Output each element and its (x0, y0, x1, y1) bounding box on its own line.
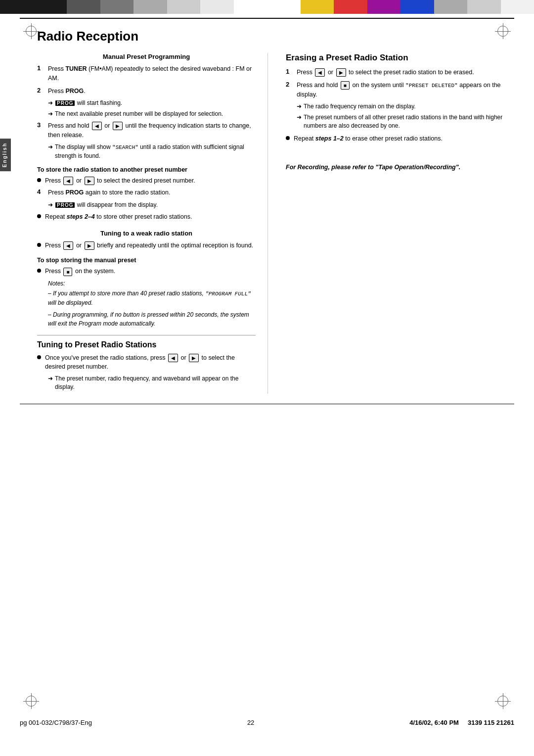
step-4-note-text: PROG will disappear from the display. (55, 201, 158, 209)
main-content: Radio Reception Manual Preset Programmin… (20, 19, 514, 404)
repeat-erase-text: Repeat steps 1–2 to erase other preset r… (294, 134, 504, 143)
tuning-preset-header: Tuning to Preset Radio Stations (37, 340, 256, 349)
step-1: 1 Press TUNER (FM•AM) repeatedly to sele… (37, 64, 256, 83)
step-2-note-2-text: The next available preset number will be… (55, 110, 223, 118)
footer-date: 4/16/02, 6:40 PM (409, 719, 459, 726)
step-3-note-text: The display will show "SEARCH" until a r… (55, 143, 256, 160)
erase-step-1-num: 1 (286, 68, 295, 75)
store-bullet: Press ◀ or ▶ to select the desired prese… (37, 176, 256, 186)
step-3: 3 Press and hold ◀ or ▶ until the freque… (37, 121, 256, 140)
step-2-num: 2 (37, 87, 46, 94)
page-title: Radio Reception (37, 29, 504, 44)
step-3-note: ➜ The display will show "SEARCH" until a… (48, 143, 256, 160)
button-prev5: ◀ (315, 68, 325, 77)
color-block-12 (367, 0, 401, 14)
stop-storing-header: To stop storing the manual preset (37, 257, 256, 264)
color-block-7 (200, 0, 234, 14)
step-2-note-2: ➜ The next available preset number will … (48, 110, 256, 118)
color-block-15 (467, 0, 501, 14)
arrow-sym-2: ➜ (48, 110, 53, 118)
store-bullet-text: Press ◀ or ▶ to select the desired prese… (45, 176, 256, 186)
store-sub-header: To store the radio station to another pr… (37, 166, 256, 173)
left-column: Manual Preset Programming 1 Press TUNER … (37, 53, 268, 394)
bottom-divider (20, 404, 514, 404)
step-1-content: Press TUNER (FM•AM) repeatedly to select… (48, 64, 256, 83)
button-prev: ◀ (92, 122, 102, 130)
note-1: – If you attempt to store more than 40 p… (48, 289, 256, 307)
erase-note-1: ➜ The radio frequency remain on the disp… (297, 102, 504, 111)
recording-note-text: For Recording, please refer to "Tape Ope… (286, 163, 504, 172)
erase-step-2: 2 Press and hold ■ on the system until "… (286, 81, 504, 99)
button-stop: ■ (63, 268, 72, 276)
tuning-note: ➜ The preset number, radio frequency, an… (48, 375, 256, 391)
step-3-num: 3 (37, 121, 46, 129)
language-tab: English (0, 139, 11, 171)
section-divider (37, 335, 256, 335)
color-block-14 (434, 0, 468, 14)
top-color-bar (0, 0, 534, 14)
arrow-sym-1: ➜ (48, 99, 53, 107)
arrow-sym-3: ➜ (48, 143, 53, 160)
step-4-note: ➜ PROG will disappear from the display. (48, 201, 256, 209)
content-columns: Manual Preset Programming 1 Press TUNER … (37, 53, 504, 394)
color-block-3 (67, 0, 100, 14)
erase-note-2-text: The preset numbers of all other preset r… (304, 113, 504, 130)
bullet-tuning (37, 355, 41, 359)
manual-preset-header: Manual Preset Programming (37, 53, 256, 60)
color-block-2 (34, 0, 67, 14)
step-2: 2 Press PROG. (37, 87, 256, 96)
stop-storing-text: Press ■ on the system. (45, 267, 256, 276)
bullet-weak (37, 243, 41, 247)
step-2-note-1-text: PROG will start flashing. (55, 99, 122, 107)
bullet-erase-repeat (286, 136, 290, 140)
erase-note-2: ➜ The preset numbers of all other preset… (297, 113, 504, 130)
recording-note-section: For Recording, please refer to "Tape Ope… (286, 163, 504, 172)
button-prev4: ◀ (168, 354, 178, 362)
right-column: Erasing a Preset Radio Station 1 Press ◀… (283, 53, 504, 394)
erase-note-1-text: The radio frequency remain on the displa… (304, 102, 416, 111)
step-4-content: Press PROG again to store the radio stat… (48, 188, 256, 197)
color-block-6 (167, 0, 201, 14)
erase-step-2-num: 2 (286, 81, 295, 88)
weak-radio-text: Press ◀ or ▶ briefly and repeatedly unti… (45, 241, 256, 250)
step-1-num: 1 (37, 64, 46, 72)
color-block-9 (267, 0, 301, 14)
crosshair-bottom-right (497, 696, 508, 707)
crosshair-top-right (497, 26, 508, 37)
button-prev2: ◀ (63, 177, 73, 185)
top-bar-left (0, 0, 267, 14)
step-2-note-1: ➜ PROG will start flashing. (48, 99, 256, 107)
color-block-1 (0, 0, 34, 14)
bullet-repeat (37, 214, 41, 218)
note-2: – During programming, if no button is pr… (48, 310, 256, 328)
arrow-sym-6: ➜ (297, 102, 302, 111)
button-next2: ▶ (85, 177, 94, 185)
arrow-sym-5: ➜ (48, 375, 53, 391)
color-block-13 (400, 0, 434, 14)
button-next3: ▶ (85, 241, 94, 250)
arrow-sym-7: ➜ (297, 113, 302, 130)
repeat-erase-bullet: Repeat steps 1–2 to erase other preset r… (286, 134, 504, 143)
tuning-preset-text: Once you've preset the radio stations, p… (45, 353, 256, 372)
footer-doc-ref: pg 001-032/C798/37-Eng (20, 719, 92, 726)
bullet-store (37, 178, 41, 182)
color-block-8 (234, 0, 267, 14)
repeat-bullet-2-4: Repeat steps 2–4 to store other preset r… (37, 212, 256, 222)
step-4: 4 Press PROG again to store the radio st… (37, 188, 256, 197)
footer-doc-number: 3139 115 21261 (468, 719, 514, 726)
color-block-5 (134, 0, 167, 14)
stop-storing-bullet: Press ■ on the system. (37, 267, 256, 276)
step-3-content: Press and hold ◀ or ▶ until the frequenc… (48, 121, 256, 140)
crosshair-top-left (26, 26, 37, 37)
crosshair-bottom-left (26, 696, 37, 707)
step-2-content: Press PROG. (48, 87, 256, 96)
color-block-16 (501, 0, 534, 14)
button-hold: ■ (341, 81, 350, 90)
weak-radio-bullet: Press ◀ or ▶ briefly and repeatedly unti… (37, 241, 256, 250)
button-prev3: ◀ (63, 241, 73, 250)
color-block-4 (100, 0, 134, 14)
erase-step-1-text: Press ◀ or ▶ to select the preset radio … (297, 68, 504, 77)
erasing-header: Erasing a Preset Radio Station (286, 53, 504, 63)
erase-step-1: 1 Press ◀ or ▶ to select the preset radi… (286, 68, 504, 77)
tuning-preset-bullet: Once you've preset the radio stations, p… (37, 353, 256, 372)
